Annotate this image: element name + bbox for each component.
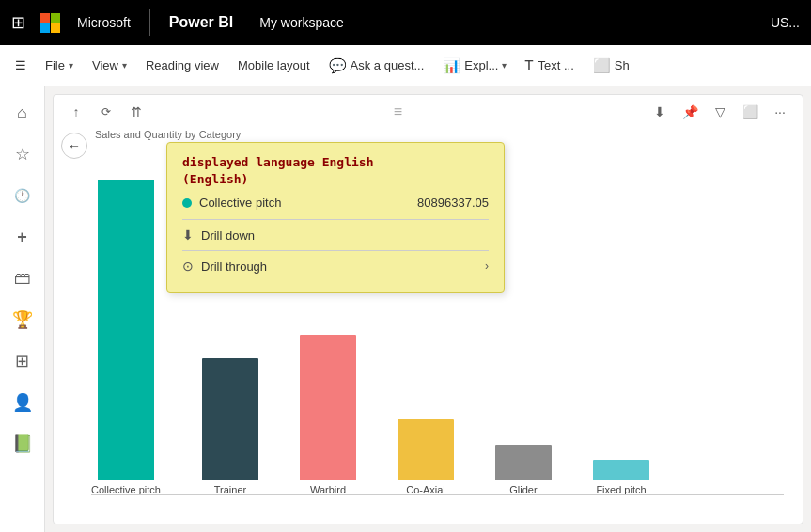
share-button[interactable]: ⬜ Sh xyxy=(585,54,637,78)
tooltip-title-line2: (English) xyxy=(182,172,248,186)
powerbi-text: Power BI xyxy=(169,14,233,31)
bar-group-coaxial: Co-Axial xyxy=(398,419,454,495)
tooltip-key: Collective pitch xyxy=(199,196,281,210)
tooltip-popup: displayed language English (English) Col… xyxy=(166,142,505,293)
x-axis xyxy=(91,494,784,495)
user-initials[interactable]: US... xyxy=(771,15,800,30)
mobile-layout-label: Mobile layout xyxy=(238,58,310,72)
bar-group-trainer: Trainer xyxy=(202,358,258,495)
text-label: Text ... xyxy=(538,58,573,72)
sidebar-item-learn[interactable]: 👤 xyxy=(4,383,41,421)
text-icon: Ꭲ xyxy=(525,57,534,74)
tooltip-title: displayed language English (English) xyxy=(182,154,489,188)
drill-down-button[interactable]: ⬇ Drill down xyxy=(182,220,489,250)
bar-trainer[interactable] xyxy=(202,358,258,480)
bar-coaxial[interactable] xyxy=(398,419,454,480)
sidebar-item-create[interactable]: + xyxy=(4,218,41,256)
vertical-divider xyxy=(149,9,150,36)
chart-toolbar: ↑ ⟳ ⇈ ≡ ⬇ 📌 ▽ ⬜ ··· xyxy=(54,101,803,123)
fork-icon[interactable]: ⇈ xyxy=(125,101,148,123)
chat-icon: 💬 xyxy=(329,57,347,74)
app-grid-icon[interactable]: ⊞ xyxy=(11,12,25,33)
file-label: File xyxy=(45,58,65,72)
mobile-layout-button[interactable]: Mobile layout xyxy=(230,55,318,76)
explore-label: Expl... xyxy=(464,58,498,72)
sidebar-item-recent[interactable]: 🕐 xyxy=(4,177,41,214)
drill-through-chevron-icon: › xyxy=(485,259,489,273)
tooltip-value-row: Collective pitch 80896337.05 xyxy=(182,196,489,220)
drill-through-button[interactable]: ⊙ Drill through › xyxy=(182,251,489,281)
bar-group-warbird: Warbird xyxy=(300,335,356,495)
expand-up-icon[interactable]: ↑ xyxy=(65,101,87,123)
drill-down-icon: ⬇ xyxy=(182,227,194,243)
download-icon[interactable]: ⬇ xyxy=(648,101,671,123)
tooltip-title-line1: displayed language English xyxy=(182,155,374,169)
explore-icon: 📊 xyxy=(443,57,460,74)
bar-glider[interactable] xyxy=(495,445,552,480)
workspace-label: My workspace xyxy=(259,15,343,30)
drill-through-label: Drill through xyxy=(201,259,267,274)
sidebar-item-goals[interactable]: 🏆 xyxy=(4,301,41,338)
bar-group-collective: Collective pitch xyxy=(91,180,161,495)
hamburger-menu[interactable]: ☰ xyxy=(8,55,34,76)
collapse-icon[interactable]: ⟳ xyxy=(95,101,117,123)
file-menu[interactable]: File ▾ xyxy=(38,55,81,76)
share-label: Sh xyxy=(615,58,630,72)
file-chevron-icon: ▾ xyxy=(69,60,73,70)
sidebar-item-apps[interactable]: ⊞ xyxy=(4,342,41,380)
chart-container: ↑ ⟳ ⇈ ≡ ⬇ 📌 ▽ ⬜ ··· ← Sales and Quantity… xyxy=(53,94,803,524)
bar-collective-pitch[interactable] xyxy=(98,180,154,480)
back-button[interactable]: ← xyxy=(61,133,87,159)
focus-icon[interactable]: ⬜ xyxy=(739,101,761,123)
explore-button[interactable]: 📊 Expl... ▾ xyxy=(435,54,514,78)
chart-toolbar-left: ↑ ⟳ ⇈ xyxy=(65,101,148,123)
sidebar-item-data[interactable]: 🗃 xyxy=(4,259,41,297)
reading-view-label: Reading view xyxy=(146,58,219,72)
bar-group-fixed-pitch: Fixed pitch xyxy=(593,460,649,495)
top-bar: ⊞ Microsoft Power BI My workspace US... xyxy=(0,0,811,45)
reading-view-button[interactable]: Reading view xyxy=(138,55,226,76)
chart-toolbar-right: ⬇ 📌 ▽ ⬜ ··· xyxy=(648,101,791,123)
view-menu[interactable]: View ▾ xyxy=(85,55,134,76)
drill-through-icon: ⊙ xyxy=(182,258,194,274)
share-icon: ⬜ xyxy=(593,57,611,74)
filter-icon[interactable]: ▽ xyxy=(709,101,731,123)
sidebar-item-favorites[interactable]: ☆ xyxy=(4,135,41,173)
tooltip-value: 80896337.05 xyxy=(417,196,489,210)
main-layout: ⌂ ☆ 🕐 + 🗃 🏆 ⊞ 👤 📗 ↑ ⟳ ⇈ ≡ ⬇ 📌 ▽ xyxy=(0,86,811,532)
explore-chevron-icon: ▾ xyxy=(502,60,507,70)
view-chevron-icon: ▾ xyxy=(122,60,127,70)
sidebar-item-home[interactable]: ⌂ xyxy=(4,94,41,132)
bar-group-glider: Glider xyxy=(495,445,552,495)
view-label: View xyxy=(92,58,118,72)
sidebar-item-workspaces[interactable]: 📗 xyxy=(4,425,41,462)
tooltip-dot xyxy=(182,198,192,208)
chart-title: Sales and Quantity by Category xyxy=(95,129,241,140)
text-button[interactable]: Ꭲ Text ... xyxy=(518,54,581,78)
ribbon-bar: ☰ File ▾ View ▾ Reading view Mobile layo… xyxy=(0,45,811,86)
canvas-area: ↑ ⟳ ⇈ ≡ ⬇ 📌 ▽ ⬜ ··· ← Sales and Quantity… xyxy=(45,86,811,532)
drill-down-label: Drill down xyxy=(201,228,255,243)
ask-question-label: Ask a quest... xyxy=(351,58,425,72)
bar-warbird[interactable] xyxy=(300,335,356,480)
pin-icon[interactable]: 📌 xyxy=(678,101,701,123)
more-options-icon[interactable]: ··· xyxy=(769,101,791,123)
microsoft-logo xyxy=(40,13,60,33)
microsoft-text: Microsoft xyxy=(77,15,131,30)
bar-fixed-pitch[interactable] xyxy=(593,460,649,480)
sidebar: ⌂ ☆ 🕐 + 🗃 🏆 ⊞ 👤 📗 xyxy=(0,86,45,532)
hamburger-icon: ☰ xyxy=(15,58,26,72)
ask-question-button[interactable]: 💬 Ask a quest... xyxy=(321,54,432,78)
chart-drag-handle: ≡ xyxy=(394,103,402,120)
